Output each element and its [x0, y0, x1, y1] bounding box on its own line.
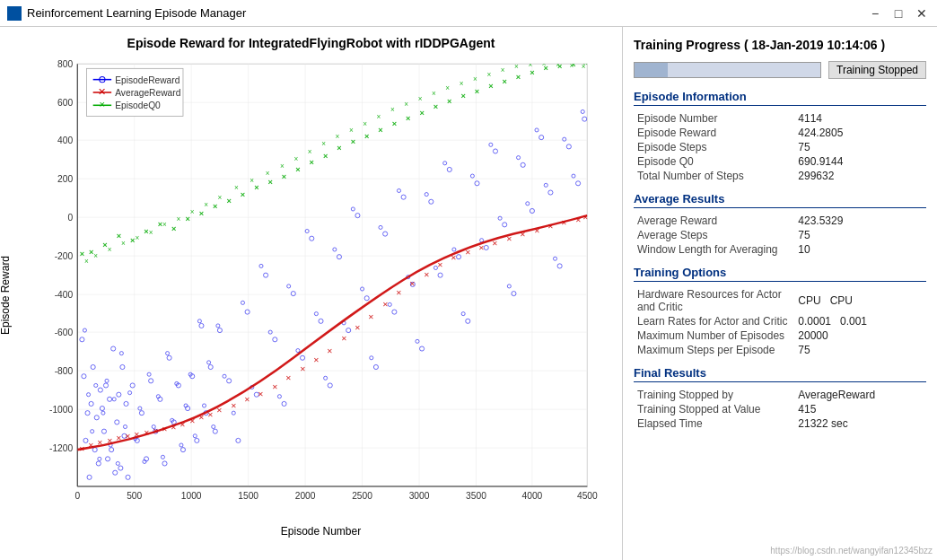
svg-text:✕: ✕	[465, 249, 471, 257]
svg-text:✕: ✕	[285, 374, 292, 382]
svg-text:✕: ✕	[98, 86, 106, 97]
app-icon	[7, 6, 22, 21]
svg-text:×: ×	[100, 99, 106, 109]
svg-text:-1200: -1200	[49, 443, 73, 453]
svg-text:2000: 2000	[295, 491, 316, 501]
svg-text:1500: 1500	[238, 491, 258, 501]
elapsed-time-value: 21322 sec	[794, 416, 926, 431]
svg-text:×: ×	[108, 246, 112, 254]
svg-text:-200: -200	[55, 251, 74, 261]
svg-text:×: ×	[404, 101, 408, 109]
svg-text:✕: ✕	[506, 235, 512, 243]
minimize-button[interactable]: −	[867, 5, 883, 22]
episode-reward-value: 424.2805	[794, 126, 926, 140]
stopped-by-value: AverageReward	[794, 388, 926, 402]
avg-steps-value: 75	[794, 228, 926, 242]
svg-text:×: ×	[84, 258, 89, 266]
average-results-table: Average Reward 423.5329 Average Steps 75…	[634, 214, 926, 257]
close-button[interactable]: ✕	[914, 5, 930, 22]
svg-text:0: 0	[74, 491, 80, 501]
episode-info-table: Episode Number 4114 Episode Reward 424.2…	[634, 111, 926, 183]
svg-text:✕: ✕	[125, 433, 131, 441]
svg-text:✕: ✕	[424, 271, 430, 279]
svg-text:✕: ✕	[88, 442, 94, 450]
svg-text:✕: ✕	[547, 223, 554, 231]
svg-text:×: ×	[556, 61, 560, 69]
svg-text:✕: ✕	[327, 347, 333, 355]
svg-text:EpisodeReward: EpisodeReward	[115, 75, 180, 85]
svg-text:×: ×	[432, 90, 436, 98]
svg-text:✕: ✕	[198, 414, 205, 422]
svg-text:×: ×	[323, 152, 328, 161]
info-panel-title: Training Progress ( 18-Jan-2019 10:14:06…	[634, 38, 926, 52]
svg-text:✕: ✕	[300, 365, 306, 373]
avg-reward-label: Average Reward	[634, 214, 794, 228]
episode-number-value: 4114	[794, 111, 926, 126]
chart-panel: Episode Reward for IntegratedFlyingRobot…	[0, 27, 623, 560]
svg-text:×: ×	[445, 84, 450, 92]
svg-text:✕: ✕	[231, 402, 237, 410]
hardware-label: Hardware Resources for Actor and Critic	[634, 287, 794, 314]
svg-text:500: 500	[127, 491, 142, 501]
window-title: Reinforcement Learning Episode Manager	[27, 6, 246, 20]
table-row: Window Length for Averaging 10	[634, 242, 926, 257]
training-options-table: Hardware Resources for Actor and Critic …	[634, 287, 926, 357]
episode-q0-value: 690.9144	[794, 154, 926, 169]
svg-text:✕: ✕	[153, 427, 159, 435]
svg-text:3500: 3500	[466, 491, 486, 501]
svg-text:×: ×	[234, 184, 239, 192]
svg-text:×: ×	[199, 209, 204, 218]
episode-info-title: Episode Information	[634, 90, 926, 106]
episode-reward-label: Episode Reward	[634, 126, 794, 140]
total-steps-value: 299632	[794, 169, 926, 183]
max-steps-value: 75	[794, 343, 926, 357]
svg-text:×: ×	[514, 63, 519, 71]
training-options-title: Training Options	[634, 266, 926, 282]
maximize-button[interactable]: □	[890, 5, 906, 22]
training-stopped-button[interactable]: Training Stopped	[828, 61, 926, 79]
svg-text:✕: ✕	[382, 301, 389, 309]
svg-text:×: ×	[337, 144, 341, 153]
final-results-title: Final Results	[634, 366, 926, 382]
svg-text:×: ×	[308, 148, 312, 156]
watermark: https://blog.csdn.net/wangyifan12345bzz	[770, 546, 933, 556]
svg-text:-1000: -1000	[49, 405, 73, 415]
svg-text:×: ×	[250, 177, 254, 185]
window-length-value: 10	[794, 242, 926, 257]
svg-text:×: ×	[213, 202, 217, 211]
svg-text:×: ×	[254, 183, 258, 192]
svg-text:×: ×	[460, 92, 465, 101]
svg-text:×: ×	[266, 170, 270, 178]
svg-text:✕: ✕	[534, 227, 540, 235]
svg-text:×: ×	[310, 158, 314, 167]
svg-rect-0	[77, 64, 587, 486]
svg-text:×: ×	[162, 221, 167, 229]
svg-text:✕: ✕	[341, 335, 347, 343]
episode-q0-label: Episode Q0	[634, 154, 794, 169]
svg-text:✕: ✕	[396, 289, 402, 297]
svg-text:✕: ✕	[162, 425, 168, 433]
svg-text:×: ×	[433, 102, 438, 111]
svg-text:×: ×	[282, 172, 286, 181]
avg-reward-value: 423.5329	[794, 214, 926, 228]
svg-text:✕: ✕	[520, 231, 526, 239]
svg-text:×: ×	[176, 215, 180, 223]
table-row: Maximum Number of Episodes 20000	[634, 328, 926, 343]
table-row: Episode Q0 690.9144	[634, 154, 926, 169]
svg-text:×: ×	[392, 119, 397, 128]
svg-text:-600: -600	[55, 328, 74, 337]
stopped-value-label: Training Stopped at Value	[634, 402, 794, 416]
svg-text:×: ×	[363, 120, 367, 128]
chart-svg: 800 600 400 200 0 -200 -400 -600 -800 -1…	[29, 55, 613, 523]
svg-text:×: ×	[351, 137, 355, 146]
svg-text:✕: ✕	[207, 411, 214, 419]
svg-text:×: ×	[486, 71, 491, 79]
svg-text:×: ×	[349, 127, 354, 135]
svg-text:×: ×	[447, 97, 451, 106]
svg-text:2500: 2500	[352, 491, 372, 501]
svg-text:×: ×	[377, 113, 381, 121]
table-row: Average Steps 75	[634, 228, 926, 242]
table-row: Episode Reward 424.2805	[634, 126, 926, 140]
svg-text:✕: ✕	[216, 407, 223, 415]
title-bar-controls[interactable]: − □ ✕	[867, 5, 930, 22]
